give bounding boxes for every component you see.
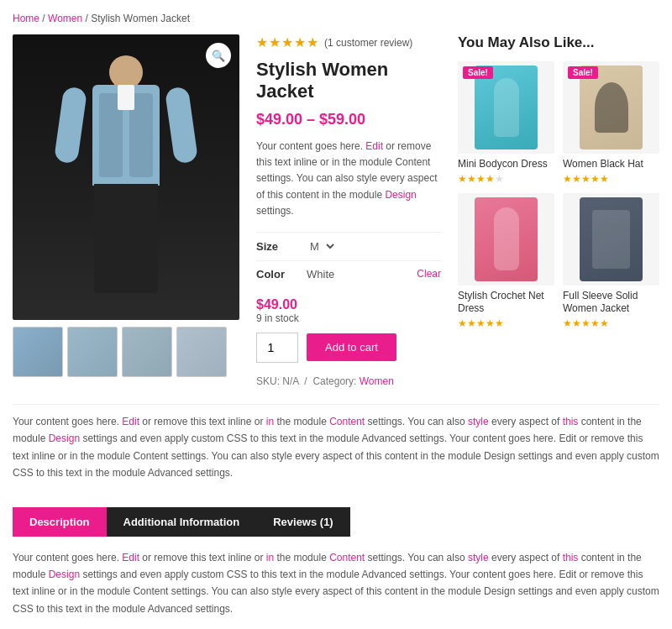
stock-price: $49.00 9 in stock <box>256 297 441 324</box>
edit-link-1[interactable]: Edit <box>365 140 383 152</box>
product-info: ★★★★★ (1 customer review) Stylish Women … <box>256 34 441 387</box>
design-link-2[interactable]: Design <box>49 432 80 444</box>
tab-additional-info[interactable]: Additional Information <box>107 507 257 537</box>
design-link-1[interactable]: Design <box>385 189 416 201</box>
product-rating: ★★★★★ (1 customer review) <box>256 34 441 50</box>
in-link-2[interactable]: in <box>266 552 274 563</box>
design-link-3[interactable]: Design <box>49 569 80 580</box>
jacket-shape-4 <box>592 210 630 269</box>
in-link-1[interactable]: in <box>266 416 274 427</box>
product-title: Stylish Women Jacket <box>256 59 441 102</box>
breadcrumb-home[interactable]: Home <box>13 13 39 24</box>
also-item-name-2: Women Black Hat <box>563 158 659 171</box>
breadcrumb: Home / Women / Stylish Women Jacket <box>13 13 659 24</box>
thumbnail-3[interactable] <box>122 327 172 377</box>
content-link-2[interactable]: Content <box>329 552 365 563</box>
content-link-1[interactable]: Content <box>329 416 365 427</box>
also-product-img-3 <box>475 197 538 281</box>
also-like-section: You May Also Like... Sale! Mini Bodycon … <box>458 34 659 387</box>
hat-shape <box>595 82 628 133</box>
zoom-button[interactable]: 🔍 <box>206 43 231 68</box>
size-label: Size <box>256 240 307 253</box>
also-img-wrap-2: Sale! <box>563 61 659 154</box>
color-row: Color White Clear <box>256 260 441 287</box>
product-options: Size M S L XL Color White Clear <box>256 232 441 287</box>
size-row: Size M S L XL <box>256 232 441 260</box>
also-img-wrap-4 <box>563 193 659 286</box>
main-product-image <box>13 34 239 320</box>
color-value: White <box>307 268 334 280</box>
also-item-name-1: Mini Bodycon Dress <box>458 158 554 171</box>
category-label: Category: <box>312 375 356 387</box>
also-item-name-4: Full Sleeve Solid Women Jacket <box>563 290 659 316</box>
breadcrumb-current: Stylish Women Jacket <box>91 13 190 24</box>
star-rating: ★★★★★ <box>256 34 319 50</box>
size-select[interactable]: M S L XL <box>307 239 337 254</box>
also-item-stars-2: ★★★★★ <box>563 173 659 185</box>
style-link-2[interactable]: style <box>468 552 489 563</box>
color-label: Color <box>256 268 307 280</box>
stock-status: 9 in stock <box>256 312 441 324</box>
sale-badge-1: Sale! <box>463 66 493 79</box>
also-like-title: You May Also Like... <box>458 34 659 51</box>
thumbnail-2[interactable] <box>67 327 118 377</box>
also-img-wrap-1: Sale! <box>458 61 554 154</box>
product-images: 🔍 <box>13 34 239 387</box>
breadcrumb-women[interactable]: Women <box>48 13 82 24</box>
product-price-range: $49.00 – $59.00 <box>256 111 441 128</box>
main-image: 🔍 <box>13 34 239 320</box>
review-count: (1 customer review) <box>324 37 412 49</box>
also-item-3[interactable]: Stylish Crochet Net Dress ★★★★★ <box>458 193 554 329</box>
clear-button[interactable]: Clear <box>334 268 441 280</box>
edit-link-2[interactable]: Edit <box>122 416 139 427</box>
model-figure <box>59 55 193 299</box>
left-sleeve <box>54 86 87 164</box>
thumbnail-4[interactable] <box>176 327 227 377</box>
this-link-2[interactable]: this <box>563 552 579 563</box>
thumbnail-1[interactable] <box>13 327 63 377</box>
bottom-description: Your content goes here. Edit or remove t… <box>13 404 659 490</box>
also-item-1[interactable]: Sale! Mini Bodycon Dress ★★★★★ <box>458 61 554 185</box>
sku-label: SKU: <box>256 375 280 387</box>
edit-link-3[interactable]: Edit <box>122 552 139 563</box>
style-link-1[interactable]: style <box>468 416 489 427</box>
also-item-stars-1: ★★★★★ <box>458 173 554 185</box>
dress-shape-3 <box>494 207 519 270</box>
add-to-cart-button[interactable]: Add to cart <box>307 333 396 361</box>
also-item-stars-3: ★★★★★ <box>458 317 554 329</box>
current-price: $49.00 <box>256 297 441 312</box>
add-to-cart-row: Add to cart <box>256 333 441 363</box>
also-item-2[interactable]: Sale! Women Black Hat ★★★★★ <box>563 61 659 185</box>
tab-description[interactable]: Description <box>13 507 107 537</box>
product-meta: SKU: N/A / Category: Women <box>256 375 441 387</box>
dress-shape-1 <box>494 78 519 137</box>
also-item-name-3: Stylish Crochet Net Dress <box>458 290 554 316</box>
also-like-grid: Sale! Mini Bodycon Dress ★★★★★ Sale! <box>458 61 659 329</box>
page-wrapper: Home / Women / Stylish Women Jacket 🔍 <box>0 0 672 629</box>
category-link[interactable]: Women <box>360 375 394 387</box>
sku-value: N/A <box>282 375 298 387</box>
pants <box>94 184 158 293</box>
product-description: Your content goes here. Edit or remove t… <box>256 139 441 219</box>
shirt <box>118 85 134 110</box>
tabs-row: Description Additional Information Revie… <box>13 507 659 537</box>
tab-reviews[interactable]: Reviews (1) <box>256 507 350 537</box>
also-img-wrap-3 <box>458 193 554 286</box>
sale-badge-2: Sale! <box>568 66 598 79</box>
zoom-icon: 🔍 <box>212 50 225 62</box>
also-product-img-4 <box>580 197 643 281</box>
also-item-stars-4: ★★★★★ <box>563 317 659 329</box>
this-link-1[interactable]: this <box>563 416 579 427</box>
jacket-body <box>92 85 160 186</box>
right-sleeve <box>165 86 198 164</box>
head <box>109 55 143 89</box>
tab-content: Your content goes here. Edit or remove t… <box>13 549 659 618</box>
quantity-input[interactable] <box>256 333 298 363</box>
product-main: 🔍 <box>13 34 659 387</box>
thumbnail-row <box>13 327 239 377</box>
also-item-4[interactable]: Full Sleeve Solid Women Jacket ★★★★★ <box>563 193 659 329</box>
